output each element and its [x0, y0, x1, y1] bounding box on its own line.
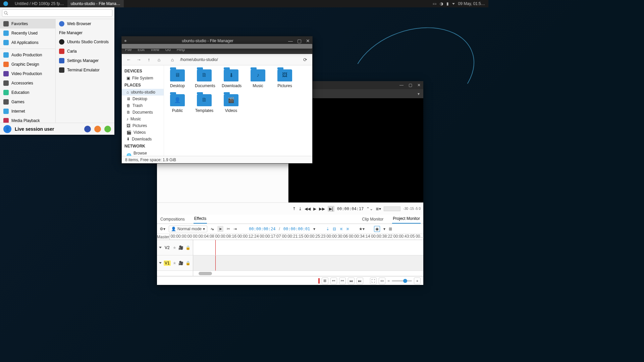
track-lock-icon[interactable]: 🔒	[185, 261, 191, 265]
category-all-applications[interactable]: All Applications	[0, 38, 55, 47]
timeline-options-icon[interactable]: ⊞	[389, 227, 392, 231]
folder-desktop[interactable]: 🖥Desktop	[168, 69, 187, 88]
monitor-stepper-icon[interactable]: ⌃⌄	[366, 206, 373, 211]
timeline-settings-icon[interactable]: ⚙▾	[160, 227, 165, 231]
track-collapse-icon[interactable]	[159, 247, 162, 248]
category-graphic-design[interactable]: Graphic Design	[0, 60, 55, 69]
kdenlive-maximize-button[interactable]: ▢	[406, 81, 415, 89]
snap-toggle-icon[interactable]: ⊞	[322, 278, 328, 284]
category-audio-production[interactable]: Audio Production	[0, 50, 55, 60]
monitor-options-icon[interactable]: ≣▾	[376, 206, 381, 211]
folder-music[interactable]: ♪Music	[249, 69, 267, 88]
settings-button[interactable]	[84, 126, 91, 132]
monitor-play-icon[interactable]: ▶	[313, 206, 316, 211]
category-video-production[interactable]: Video Production	[0, 69, 55, 78]
tab-clip-monitor[interactable]: Clip Monitor	[361, 215, 384, 224]
timeline[interactable]: Master 00:00:00:0000:00:04:0800:00:08:16…	[157, 234, 423, 276]
panel-app-button[interactable]	[0, 0, 11, 7]
extract-icon[interactable]: ⤨	[339, 227, 343, 231]
nav-reload-button[interactable]: ⟳	[301, 55, 310, 64]
category-internet[interactable]: Internet	[0, 107, 55, 116]
favorite-icon[interactable]: ★▾	[359, 227, 365, 231]
track-favorite-icon[interactable]: ★	[173, 245, 176, 250]
track-camera-icon[interactable]: 🎥	[178, 261, 183, 265]
panel-clock[interactable]: 09 May, 01:5…	[458, 1, 485, 6]
sidebar-browse-network[interactable]: 🌐 Browse Network	[122, 150, 164, 156]
notification-icon[interactable]: ▭	[433, 1, 436, 6]
track-lock-icon[interactable]: 🔒	[185, 245, 191, 250]
app-ubuntu-studio-controls[interactable]: Ubuntu Studio Controls	[56, 37, 114, 47]
updates-icon[interactable]: ◑	[440, 1, 443, 6]
duration-dropdown[interactable]: ▾	[313, 227, 315, 231]
network-icon[interactable]: ▮	[446, 1, 449, 6]
category-education[interactable]: Education	[0, 88, 55, 97]
folder-downloads[interactable]: ⬇Downloads	[222, 69, 240, 88]
timeline-mode-select[interactable]: 👤 Normal mode ▾	[169, 226, 207, 232]
monitor-next-icon[interactable]: ▶|	[328, 206, 334, 212]
sidebar-music[interactable]: ♪Music	[122, 116, 164, 122]
tray-expand-icon[interactable]	[452, 3, 455, 5]
category-games[interactable]: Games	[0, 97, 55, 107]
category-recently-used[interactable]: Recently Used	[0, 28, 55, 38]
track-lane[interactable]	[193, 255, 423, 270]
zoom-out-icon[interactable]: −	[387, 279, 390, 283]
timeline-scrollbar[interactable]	[193, 271, 423, 276]
tab-project-monitor[interactable]: Project Monitor	[392, 214, 421, 224]
location-path[interactable]: /home/ubuntu-studio/	[178, 57, 300, 62]
track-favorite-icon[interactable]: ★	[173, 261, 176, 265]
user-avatar-icon[interactable]: 👤	[3, 125, 11, 133]
zone-in-icon[interactable]: ⏮	[348, 278, 355, 284]
fit-zoom-icon[interactable]: ▭	[379, 278, 385, 284]
category-accessories[interactable]: Accessories	[0, 78, 55, 88]
sidebar-downloads[interactable]: ⬇Downloads	[122, 136, 164, 142]
lock-button[interactable]	[94, 126, 101, 132]
nav-forward-button[interactable]: →	[135, 55, 143, 64]
toolbar-dropdown[interactable]: ▾	[415, 92, 422, 96]
nav-back-button[interactable]: ←	[124, 55, 133, 64]
monitor-timecode[interactable]: 00:00:04:17	[337, 206, 364, 211]
snap-prev-icon[interactable]: ↤	[330, 278, 337, 284]
cut-tool-icon[interactable]: ✂	[227, 227, 230, 231]
app-carla[interactable]: Carla	[56, 47, 114, 56]
kdenlive-close-button[interactable]: ✕	[415, 81, 423, 89]
select-tool-icon[interactable]: ➤	[217, 226, 223, 232]
folder-documents[interactable]: 🗎Documents	[195, 69, 214, 88]
zone-out-icon[interactable]: ⏭	[357, 278, 363, 284]
folder-templates[interactable]: 🗎Templates	[195, 94, 214, 113]
taskbar-item-file-manager[interactable]: ubuntu-studio - File Mana…	[67, 0, 124, 7]
sidebar-desktop[interactable]: 🖥Desktop	[122, 96, 164, 102]
sidebar-ubuntu-studio[interactable]: ⌂ubuntu-studio	[122, 89, 164, 96]
track-camera-icon[interactable]: 🎥	[178, 245, 183, 250]
taskbar-item-kdenlive[interactable]: Untitled / HD 1080p 25 fp…	[11, 0, 67, 7]
tab-effects[interactable]: Effects	[194, 214, 207, 224]
sidebar-file-system[interactable]: ▣ File System	[122, 75, 164, 81]
playhead[interactable]	[215, 255, 216, 270]
tab-compositions[interactable]: Compositions	[160, 215, 185, 224]
track-v1[interactable]: V1★🎥🔒	[157, 255, 423, 271]
nav-home-button[interactable]: ⌂	[155, 55, 163, 64]
razor-tool-icon[interactable]: ↘	[211, 227, 214, 231]
monitor-goto-start-icon[interactable]: ⤒	[292, 206, 296, 211]
monitor-rewind-icon[interactable]: ◀◀	[305, 206, 311, 211]
app-terminal-emulator[interactable]: Terminal Emulator	[56, 65, 114, 75]
path-home-icon[interactable]: ⌂	[168, 55, 177, 64]
power-button[interactable]	[104, 126, 111, 132]
zoom-slider[interactable]	[392, 280, 412, 282]
sidebar-trash[interactable]: 🗑Trash	[122, 102, 164, 109]
sidebar-pictures[interactable]: 🖼Pictures	[122, 122, 164, 129]
track-label[interactable]: V1	[164, 260, 171, 266]
app-file-manager[interactable]: File Manager	[56, 28, 114, 37]
fm-file-grid[interactable]: 🖥Desktop🗎Documents⬇Downloads♪Music🖼Pictu…	[164, 65, 312, 156]
overwrite-mode-icon[interactable]: ⊟	[333, 227, 336, 231]
sidebar-documents[interactable]: 🗎Documents	[122, 109, 164, 116]
app-settings-manager[interactable]: Settings Manager	[56, 56, 114, 65]
timeline-duration[interactable]: 00:00:00:01	[283, 227, 310, 231]
track-v2[interactable]: V2★🎥🔒	[157, 240, 423, 255]
folder-public[interactable]: 👤Public	[168, 94, 187, 113]
track-collapse-icon[interactable]	[159, 262, 162, 264]
nav-up-button[interactable]: ↑	[145, 55, 153, 64]
zoom-in-icon[interactable]: +	[414, 278, 421, 284]
launcher-search-input[interactable]	[2, 9, 112, 17]
category-media-playback[interactable]: Media Playback	[0, 116, 55, 123]
folder-videos[interactable]: 🎬Videos	[222, 94, 240, 113]
